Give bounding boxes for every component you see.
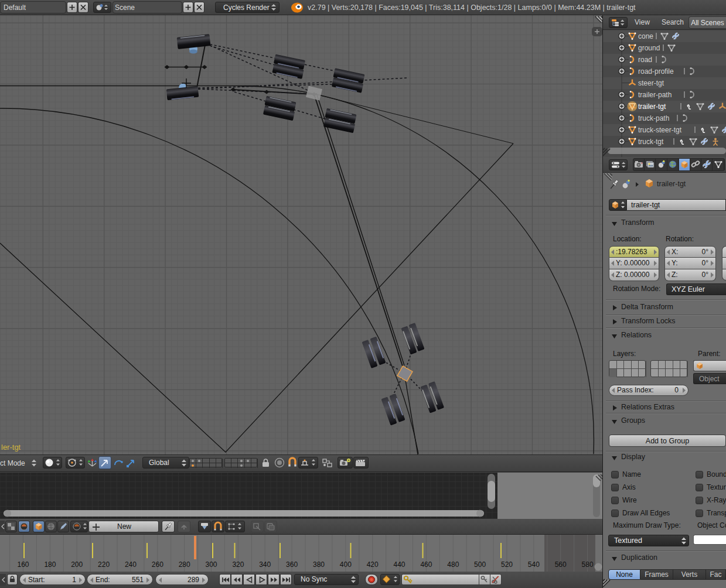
- svg-text:road: road: [638, 56, 652, 64]
- svg-text:540: 540: [528, 560, 540, 569]
- svg-text:480: 480: [447, 560, 459, 569]
- svg-text:240: 240: [125, 560, 137, 569]
- svg-text:520: 520: [501, 560, 513, 569]
- svg-text:300: 300: [205, 560, 217, 569]
- svg-text:180: 180: [44, 560, 56, 569]
- svg-text:580: 580: [582, 560, 594, 569]
- svg-text:ground: ground: [638, 44, 660, 52]
- svg-text:trailer-tgt: trailer-tgt: [638, 102, 666, 111]
- svg-text:200: 200: [71, 560, 83, 569]
- svg-text:420: 420: [367, 560, 379, 569]
- svg-text:220: 220: [98, 560, 110, 569]
- svg-text:ler-tgt: ler-tgt: [1, 443, 21, 452]
- svg-text:truck-tgt: truck-tgt: [638, 138, 664, 146]
- svg-text:560: 560: [555, 560, 567, 569]
- svg-text:steer-tgt: steer-tgt: [638, 79, 664, 87]
- svg-text:cone: cone: [638, 32, 653, 40]
- svg-text:500: 500: [474, 560, 486, 569]
- svg-text:truck-steer-tgt: truck-steer-tgt: [638, 126, 682, 134]
- svg-text:460: 460: [420, 560, 432, 569]
- svg-text:440: 440: [393, 560, 405, 569]
- svg-text:280: 280: [179, 560, 190, 569]
- svg-text:160: 160: [17, 560, 29, 569]
- svg-text:road-profile: road-profile: [638, 67, 674, 76]
- svg-text:360: 360: [286, 560, 298, 569]
- svg-text:trailer-path: trailer-path: [638, 91, 672, 99]
- svg-text:400: 400: [340, 560, 352, 569]
- svg-text:320: 320: [232, 560, 244, 569]
- svg-text:260: 260: [152, 560, 163, 569]
- svg-text:truck-path: truck-path: [638, 114, 669, 122]
- svg-text:380: 380: [313, 560, 325, 569]
- svg-text:340: 340: [259, 560, 271, 569]
